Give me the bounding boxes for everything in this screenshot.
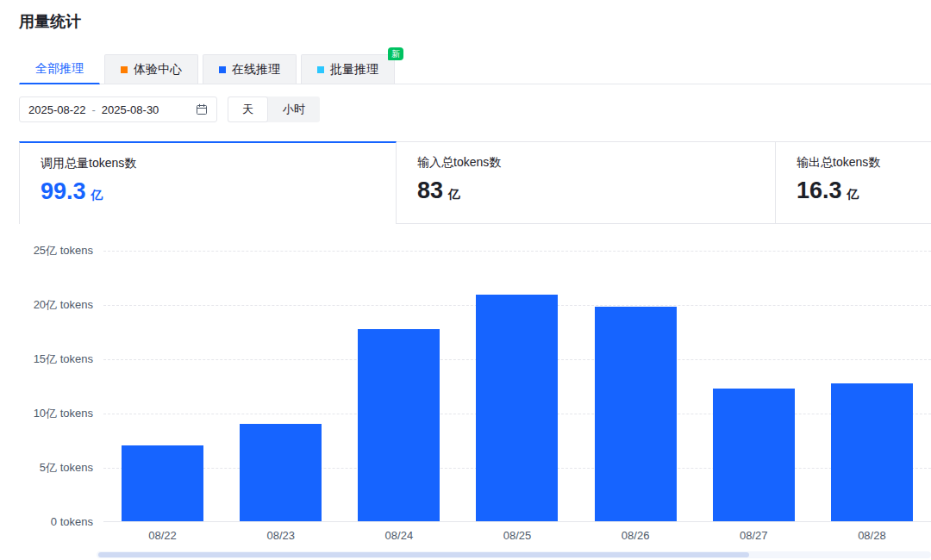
granularity-day[interactable]: 天	[228, 96, 268, 122]
tab-label: 全部推理	[35, 61, 84, 77]
tab-square-icon	[317, 66, 324, 73]
page-title: 用量统计	[19, 11, 81, 32]
y-axis-tick-label: 25亿 tokens	[0, 245, 93, 257]
tab-label: 批量推理	[330, 62, 378, 78]
y-axis-tick-label: 15亿 tokens	[0, 353, 93, 365]
chart-bar	[358, 329, 440, 521]
stat-card-total-tokens[interactable]: 调用总量tokens数99.3亿	[19, 141, 397, 224]
x-axis-label: 08/28	[813, 529, 931, 542]
chart-bar	[713, 389, 795, 521]
tab-bar: 全部推理体验中心在线推理批量推理新	[19, 53, 931, 84]
chart-bar	[595, 307, 677, 521]
stat-cards: 调用总量tokens数99.3亿输入总tokens数83亿输出总tokens数1…	[19, 141, 931, 224]
y-axis-tick-label: 0 tokens	[0, 516, 93, 528]
stat-card-output-tokens[interactable]: 输出总tokens数16.3亿	[776, 141, 931, 224]
x-axis-labels: 08/2208/2308/2408/2508/2608/2708/28	[103, 529, 931, 542]
stat-label: 输入总tokens数	[417, 155, 754, 171]
stat-number: 99.3	[41, 178, 86, 204]
chart-bar-slot	[222, 251, 340, 521]
tab-playground[interactable]: 体验中心	[104, 54, 198, 84]
tab-square-icon	[121, 66, 128, 73]
stat-value: 16.3亿	[797, 177, 910, 204]
stat-label: 调用总量tokens数	[41, 156, 375, 171]
usage-chart: 08/2208/2308/2408/2508/2608/2708/28 0 to…	[0, 237, 931, 560]
date-separator: -	[92, 103, 96, 116]
x-axis-label: 08/25	[458, 529, 576, 542]
chart-bar-slot	[577, 251, 695, 521]
stat-value: 83亿	[417, 177, 754, 204]
tab-online[interactable]: 在线推理	[203, 54, 297, 84]
chart-bar-slot	[340, 251, 458, 521]
filter-row: 2025-08-22 - 2025-08-30 天小时	[19, 96, 320, 122]
x-axis-label: 08/22	[103, 529, 222, 542]
tab-label: 体验中心	[134, 62, 182, 78]
chart-plot	[103, 251, 931, 522]
chart-bar	[476, 295, 558, 521]
tab-square-icon	[219, 66, 226, 73]
new-badge: 新	[388, 47, 403, 60]
chart-bar-slot	[813, 251, 931, 521]
calendar-icon[interactable]	[196, 103, 208, 115]
chart-bars	[103, 251, 931, 521]
y-axis-tick-label: 5亿 tokens	[0, 462, 93, 474]
x-axis-label: 08/26	[577, 529, 695, 542]
stat-label: 输出总tokens数	[797, 155, 910, 171]
date-end: 2025-08-30	[102, 103, 159, 116]
tab-label: 在线推理	[232, 62, 280, 78]
granularity-hour[interactable]: 小时	[268, 96, 320, 122]
stat-number: 83	[417, 177, 443, 203]
y-axis-tick-label: 20亿 tokens	[0, 299, 93, 311]
tab-all[interactable]: 全部推理	[19, 53, 100, 84]
chart-bar-slot	[103, 251, 222, 521]
stat-value: 99.3亿	[41, 178, 375, 205]
stat-unit: 亿	[448, 187, 460, 201]
date-range-picker[interactable]: 2025-08-22 - 2025-08-30	[19, 96, 217, 122]
tab-batch[interactable]: 批量推理新	[301, 54, 395, 84]
scrollbar-thumb[interactable]	[98, 552, 749, 557]
chart-scrollbar[interactable]	[97, 551, 931, 558]
stat-number: 16.3	[797, 177, 842, 203]
stat-unit: 亿	[847, 187, 859, 201]
stat-unit: 亿	[91, 188, 103, 202]
chart-bar-slot	[695, 251, 813, 521]
chart-bar	[240, 424, 322, 521]
stat-card-input-tokens[interactable]: 输入总tokens数83亿	[397, 141, 776, 224]
x-axis-label: 08/23	[222, 529, 340, 542]
x-axis-label: 08/27	[695, 529, 813, 542]
granularity-toggle: 天小时	[228, 96, 320, 122]
chart-bar	[122, 445, 203, 521]
chart-bar	[831, 383, 913, 521]
chart-bar-slot	[458, 251, 576, 521]
x-axis-label: 08/24	[340, 529, 458, 542]
y-axis-tick-label: 10亿 tokens	[0, 408, 93, 420]
date-start: 2025-08-22	[28, 103, 86, 116]
